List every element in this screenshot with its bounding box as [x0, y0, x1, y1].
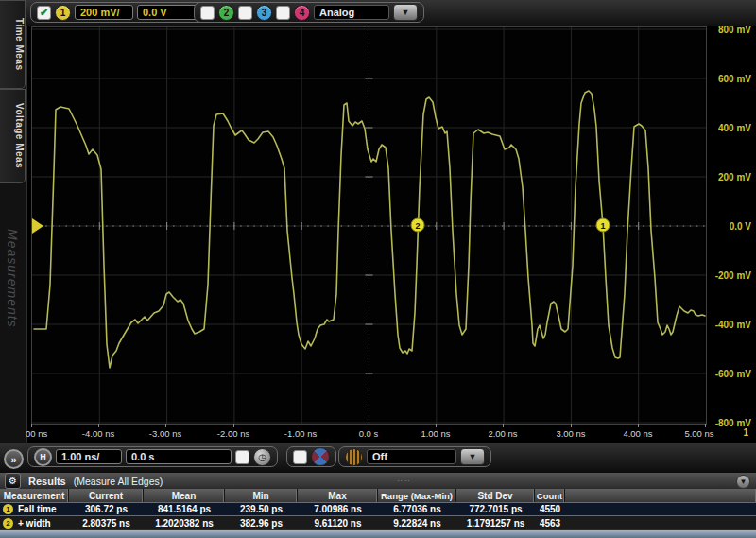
- x-label: -2.00 ns: [217, 428, 249, 439]
- y-label: 800 mV: [718, 25, 751, 35]
- panel-drag-handle[interactable]: ‥‥: [397, 474, 412, 483]
- channel-toolbar: ✔ 1 200 mV/ 0.0 V 2 3 4 Analog ▼: [26, 0, 756, 26]
- y-label: 200 mV: [718, 172, 751, 182]
- measurement-marker-1[interactable]: 1: [596, 218, 610, 232]
- results-gear-icon[interactable]: ⚙: [5, 473, 21, 489]
- mode-dropdown[interactable]: Off: [367, 449, 456, 464]
- y-label: 400 mV: [718, 123, 751, 133]
- cell-min: 239.50 ps: [225, 502, 298, 516]
- cell-mean: 841.5164 ps: [144, 502, 225, 516]
- horizontal-settings-button[interactable]: H: [34, 448, 52, 466]
- channel1-right-edge-indicator: 1: [743, 427, 748, 438]
- results-collapse-icon[interactable]: ▼: [736, 475, 750, 489]
- waveform-display[interactable]: 2 1: [31, 26, 707, 425]
- cell-range: 6.77036 ns: [378, 502, 456, 516]
- x-label: 3.00 ns: [556, 428, 585, 439]
- y-label: -400 mV: [715, 320, 751, 330]
- time-axis: -5.00 ns -4.00 ns -3.00 ns -2.00 ns -1.0…: [26, 424, 756, 441]
- cell-std-dev: 1.1791257 ns: [456, 516, 535, 530]
- analog-dropdown-arrow-icon[interactable]: ▼: [393, 4, 418, 21]
- cell-count: 4563: [535, 516, 565, 530]
- channel2-checkbox[interactable]: [200, 6, 215, 20]
- col-max[interactable]: Max: [298, 489, 378, 502]
- y-label: 600 mV: [718, 74, 751, 84]
- timebase-group: H 1.00 ns/ 0.0 s ◷: [27, 446, 278, 467]
- cell-std-dev: 772.7015 ps: [456, 502, 535, 516]
- svg-text:1: 1: [600, 221, 605, 231]
- left-sidebar: Time Meas Voltage Meas Measurements: [0, 0, 27, 473]
- timebase-field[interactable]: 1.00 ns/: [56, 449, 122, 464]
- channel1-badge[interactable]: 1: [55, 5, 71, 21]
- analysis-group: Off ▼: [338, 446, 491, 467]
- expand-panel-button[interactable]: »: [4, 449, 24, 469]
- x-label: -5.00 ns: [26, 428, 47, 439]
- measurements-watermark: Measurements: [5, 229, 20, 328]
- x-label: 5.00 ns: [684, 428, 713, 439]
- col-current[interactable]: Current: [69, 489, 144, 502]
- pinwheel-display-icon[interactable]: [311, 447, 330, 466]
- y-label: -200 mV: [715, 270, 751, 281]
- measurement-marker-2[interactable]: 2: [411, 218, 424, 232]
- svg-text:2: 2: [415, 221, 420, 231]
- cell-max: 9.61120 ns: [298, 516, 378, 530]
- cell-current: 306.72 ps: [69, 502, 144, 516]
- measurement2-name: + width: [18, 518, 51, 529]
- col-measurement[interactable]: Measurement: [0, 489, 69, 502]
- waveform-svg: 2 1: [32, 27, 706, 424]
- display-checkbox[interactable]: [293, 450, 307, 464]
- oscilloscope-screen: Time Meas Voltage Meas Measurements ✔ 1 …: [0, 0, 756, 538]
- cell-max: 7.00986 ns: [298, 502, 378, 516]
- cell-min: 382.96 ps: [225, 516, 298, 530]
- results-header-row: Measurement Current Mean Min Max Range (…: [0, 489, 756, 502]
- channel4-checkbox[interactable]: [276, 6, 290, 20]
- x-label: -3.00 ns: [149, 428, 181, 439]
- channel4-badge[interactable]: 4: [294, 5, 310, 21]
- x-label: 2.00 ns: [488, 428, 517, 439]
- display-group: [286, 446, 336, 467]
- channel3-badge[interactable]: 3: [256, 5, 272, 21]
- channel1-scale-field[interactable]: 200 mV/: [75, 5, 133, 20]
- x-label: 1.00 ns: [421, 428, 450, 439]
- col-mean[interactable]: Mean: [144, 489, 225, 502]
- channel3-checkbox[interactable]: [238, 6, 252, 20]
- channel1-group: ✔ 1 200 mV/ 0.0 V: [30, 2, 206, 23]
- results-title: Results: [28, 476, 66, 487]
- table-row-fall-time[interactable]: 1 Fall time 306.72 ps 841.5164 ps 239.50…: [0, 502, 756, 516]
- col-std-dev[interactable]: Std Dev: [456, 489, 535, 502]
- col-range[interactable]: Range (Max-Min): [378, 489, 456, 502]
- cell-current: 2.80375 ns: [69, 516, 144, 530]
- histogram-mode-icon[interactable]: [345, 448, 363, 466]
- voltage-axis: 800 mV 600 mV 400 mV 200 mV 0.0 V -200 m…: [706, 26, 756, 425]
- measurement1-name: Fall time: [18, 504, 57, 514]
- x-label: 4.00 ns: [623, 428, 652, 439]
- measurement1-badge: 1: [3, 504, 13, 514]
- x-label: -4.00 ns: [82, 428, 114, 439]
- tab-time-meas[interactable]: Time Meas: [0, 0, 26, 89]
- channel1-checkbox[interactable]: ✔: [37, 6, 51, 20]
- zoom-checkbox[interactable]: [235, 450, 249, 464]
- acquisition-clock-icon[interactable]: ◷: [253, 448, 271, 466]
- x-label: -1.00 ns: [284, 428, 317, 439]
- cell-count: 4550: [535, 502, 565, 516]
- channel1-ground-marker-icon[interactable]: [32, 218, 43, 234]
- analog-dropdown[interactable]: Analog: [314, 5, 389, 20]
- cell-mean: 1.2020382 ns: [144, 516, 225, 530]
- tab-voltage-meas[interactable]: Voltage Meas: [0, 89, 26, 183]
- channels-group: 2 3 4 Analog ▼: [194, 2, 424, 23]
- window-bottom-strip: [0, 530, 756, 538]
- col-min[interactable]: Min: [225, 489, 298, 502]
- channel1-offset-field[interactable]: 0.0 V: [137, 5, 199, 20]
- delay-field[interactable]: 0.0 s: [126, 449, 232, 464]
- results-panel: ⚙ Results (Measure All Edges) ‥‥ ▼ Measu…: [0, 473, 756, 538]
- x-label: 0.0 s: [359, 428, 379, 439]
- cell-range: 9.22824 ns: [378, 516, 456, 530]
- y-label: -600 mV: [715, 369, 751, 379]
- results-titlebar[interactable]: ⚙ Results (Measure All Edges) ‥‥ ▼: [0, 473, 756, 489]
- channel2-badge[interactable]: 2: [218, 5, 234, 21]
- mode-dropdown-arrow-icon[interactable]: ▼: [460, 448, 485, 465]
- table-row-plus-width[interactable]: 2 + width 2.80375 ns 1.2020382 ns 382.96…: [0, 516, 756, 530]
- col-count[interactable]: Count: [535, 489, 565, 502]
- y-label: 0.0 V: [730, 221, 751, 232]
- results-subtitle: (Measure All Edges): [74, 476, 163, 487]
- measurement2-badge: 2: [3, 518, 13, 529]
